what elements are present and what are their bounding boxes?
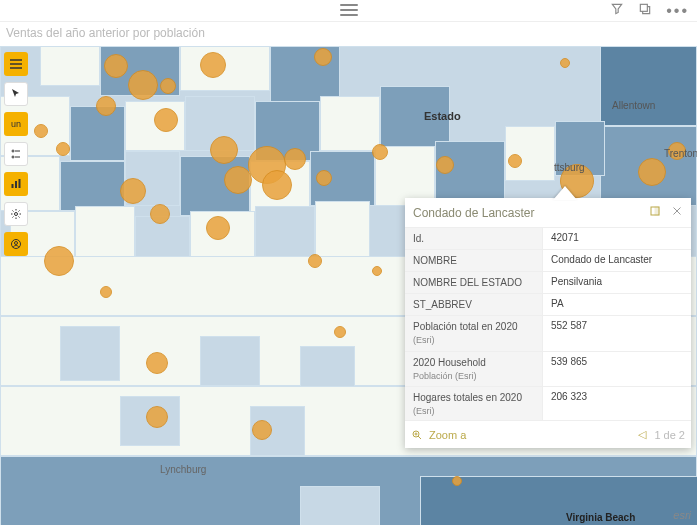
city-label: ttsburg xyxy=(554,162,585,173)
data-bubble[interactable] xyxy=(104,54,128,78)
svg-rect-10 xyxy=(655,207,659,215)
attribution-label: esri xyxy=(673,509,691,521)
data-bubble[interactable] xyxy=(308,254,322,268)
data-bubble[interactable] xyxy=(56,142,70,156)
data-bubble[interactable] xyxy=(224,166,252,194)
data-bubble[interactable] xyxy=(160,78,176,94)
svg-rect-4 xyxy=(15,181,17,188)
svg-point-8 xyxy=(15,242,18,245)
export-icon[interactable] xyxy=(638,2,652,20)
data-bubble[interactable] xyxy=(372,266,382,276)
left-toolbar: un xyxy=(4,52,28,256)
data-bubble[interactable] xyxy=(638,158,666,186)
close-icon[interactable] xyxy=(671,205,683,220)
data-bubble[interactable] xyxy=(252,420,272,440)
settings-button[interactable] xyxy=(4,202,28,226)
data-bubble[interactable] xyxy=(372,144,388,160)
unit-button[interactable]: un xyxy=(4,112,28,136)
data-bubble[interactable] xyxy=(284,148,306,170)
data-bubble[interactable] xyxy=(334,326,346,338)
filter-icon[interactable] xyxy=(610,2,624,20)
top-menu-icon[interactable] xyxy=(340,4,358,16)
page-title: Ventas del año anterior por población xyxy=(6,26,205,40)
popup-pager: ◁ 1 de 2 xyxy=(638,428,685,441)
user-button[interactable] xyxy=(4,232,28,256)
data-bubble[interactable] xyxy=(34,124,48,138)
svg-point-1 xyxy=(12,150,14,152)
popup-title: Condado de Lancaster xyxy=(413,206,534,220)
dock-icon[interactable] xyxy=(649,205,661,220)
data-bubble[interactable] xyxy=(452,476,462,486)
data-bubble[interactable] xyxy=(262,170,292,200)
more-icon[interactable]: ••• xyxy=(666,2,689,20)
pager-prev-icon[interactable]: ◁ xyxy=(638,428,646,441)
city-label: Trenton xyxy=(664,148,697,159)
data-bubble[interactable] xyxy=(146,406,168,428)
data-bubble[interactable] xyxy=(150,204,170,224)
data-bubble[interactable] xyxy=(44,246,74,276)
popup-pointer xyxy=(553,186,577,200)
chart-button[interactable] xyxy=(4,172,28,196)
data-bubble[interactable] xyxy=(206,216,230,240)
city-label: Allentown xyxy=(612,100,655,111)
data-bubble[interactable] xyxy=(100,286,112,298)
category-button[interactable] xyxy=(4,142,28,166)
data-bubble[interactable] xyxy=(316,170,332,186)
svg-rect-5 xyxy=(19,179,21,188)
data-bubble[interactable] xyxy=(560,58,570,68)
city-label: Virginia Beach xyxy=(566,512,635,523)
data-bubble[interactable] xyxy=(314,48,332,66)
map-canvas[interactable]: Estado Allentown Trenton ttsburg Lynchbu… xyxy=(0,46,697,525)
pager-text: 1 de 2 xyxy=(654,429,685,441)
feature-popup: Condado de Lancaster Id.42071 NOMBRECond… xyxy=(405,198,691,448)
city-label: Lynchburg xyxy=(160,464,206,475)
data-bubble[interactable] xyxy=(200,52,226,78)
svg-rect-3 xyxy=(12,184,14,188)
data-bubble[interactable] xyxy=(154,108,178,132)
data-bubble[interactable] xyxy=(436,156,454,174)
data-bubble[interactable] xyxy=(210,136,238,164)
data-bubble[interactable] xyxy=(146,352,168,374)
data-bubble[interactable] xyxy=(96,96,116,116)
zoom-to-button[interactable]: Zoom a xyxy=(411,429,466,441)
select-button[interactable] xyxy=(4,82,28,106)
data-bubble[interactable] xyxy=(120,178,146,204)
data-bubble[interactable] xyxy=(508,154,522,168)
menu-button[interactable] xyxy=(4,52,28,76)
svg-rect-0 xyxy=(641,4,648,11)
data-bubble[interactable] xyxy=(128,70,158,100)
state-label: Estado xyxy=(424,110,461,122)
svg-point-2 xyxy=(12,156,14,158)
svg-point-6 xyxy=(15,213,18,216)
popup-body: Id.42071 NOMBRECondado de Lancaster NOMB… xyxy=(405,228,691,420)
